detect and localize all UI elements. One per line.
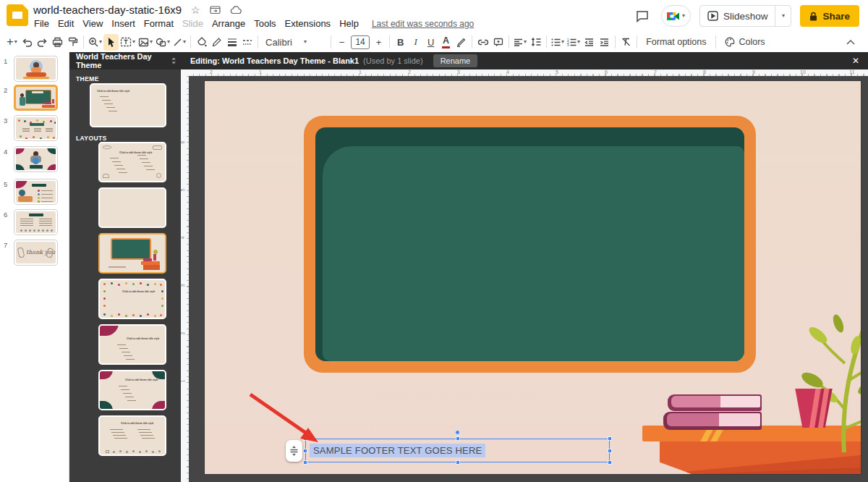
new-slide-button[interactable]: +▾ xyxy=(4,34,20,51)
selection-handle[interactable] xyxy=(303,436,307,441)
move-folder-icon[interactable] xyxy=(210,5,221,14)
fill-color-button[interactable] xyxy=(194,34,209,51)
line-spacing-button[interactable] xyxy=(528,34,543,51)
text-box-button[interactable]: ▾ xyxy=(119,34,137,51)
menu-arrange[interactable]: Arrange xyxy=(208,17,250,30)
select-tool-button[interactable] xyxy=(103,34,119,51)
menu-view[interactable]: View xyxy=(78,17,107,30)
redo-button[interactable] xyxy=(35,34,50,51)
menu-format[interactable]: Format xyxy=(140,17,178,30)
slideshow-button[interactable]: Slideshow xyxy=(700,11,775,22)
font-size-decrease-button[interactable]: − xyxy=(334,34,349,51)
menu-file[interactable]: File xyxy=(30,17,54,30)
bold-button[interactable]: B xyxy=(393,34,408,51)
colors-button[interactable]: Colors xyxy=(719,34,771,51)
insert-link-button[interactable] xyxy=(475,34,490,51)
selection-handle[interactable] xyxy=(303,449,307,453)
menu-edit[interactable]: Edit xyxy=(54,17,78,30)
insert-line-button[interactable]: ▾ xyxy=(171,34,187,51)
insert-image-button[interactable]: ▾ xyxy=(137,34,154,51)
undo-button[interactable] xyxy=(20,34,35,51)
slide-2-thumbnail-selected[interactable] xyxy=(14,85,57,110)
selection-handle[interactable] xyxy=(303,460,307,465)
layout-thumbnail-2[interactable] xyxy=(98,187,166,228)
menu-insert[interactable]: Insert xyxy=(107,17,140,30)
autofit-indicator-button[interactable] xyxy=(286,440,302,462)
thumb-title-text: Click to edit theme title style xyxy=(111,290,166,293)
layout-thumbnail-6[interactable]: Click to edit theme title style xyxy=(98,370,166,410)
layout-thumbnail-5[interactable]: Click to edit theme title style xyxy=(98,324,166,365)
selection-handle[interactable] xyxy=(608,460,612,465)
zoom-button[interactable]: ▾ xyxy=(87,34,103,51)
svg-text:3: 3 xyxy=(567,43,569,46)
slide-number: 3 xyxy=(4,117,7,124)
bulleted-list-button[interactable]: ▾ xyxy=(550,34,566,51)
menu-extensions[interactable]: Extensions xyxy=(281,17,336,30)
theme-name-select[interactable]: World Teachers Day Theme xyxy=(69,52,181,69)
selection-handle[interactable] xyxy=(456,460,460,465)
slide-1-thumbnail[interactable] xyxy=(14,56,57,81)
border-weight-button[interactable] xyxy=(224,34,239,51)
selection-handle[interactable] xyxy=(608,449,612,453)
theme-editing-bar: World Teachers Day Theme Editing: World … xyxy=(69,52,868,69)
filmstrip-slide-7: 7 thank you xyxy=(0,240,69,268)
cloud-status-icon[interactable] xyxy=(230,6,242,14)
book-bottom-shape[interactable] xyxy=(663,412,762,430)
footer-text-box[interactable]: SAMPLE FOOTER TEXT GOES HERE xyxy=(305,439,610,462)
slide-7-thumbnail[interactable]: thank you xyxy=(14,240,57,265)
slide-3-thumbnail[interactable] xyxy=(14,116,57,140)
slideshow-menu-button[interactable]: ▾ xyxy=(775,6,791,26)
add-comment-button[interactable] xyxy=(490,34,506,51)
meet-button[interactable]: ▾ xyxy=(661,5,691,27)
font-size-input[interactable]: 14 xyxy=(351,35,370,49)
chalkboard-shape[interactable] xyxy=(304,116,756,373)
format-options-button[interactable]: Format options xyxy=(640,34,712,51)
font-family-select[interactable]: Calibri▾ xyxy=(261,34,328,51)
book-top-shape[interactable] xyxy=(668,394,762,411)
numbered-list-button[interactable]: 123▾ xyxy=(566,34,582,51)
italic-button[interactable]: I xyxy=(408,34,423,51)
highlight-color-button[interactable] xyxy=(454,34,469,51)
layout-thumbnail-7[interactable]: Click to edit theme title style xyxy=(98,415,166,456)
font-size-increase-button[interactable]: + xyxy=(371,34,386,51)
layout-thumbnail-3-selected[interactable] xyxy=(98,233,166,274)
border-color-button[interactable] xyxy=(209,34,224,51)
slide-filmstrip: 1 2 3 xyxy=(0,52,69,482)
thumb-art xyxy=(153,250,158,254)
theme-master-thumbnail[interactable]: Click to edit theme title style xyxy=(90,83,166,127)
layout-thumbnail-4[interactable]: Click to edit theme title style xyxy=(98,279,166,319)
last-edit-link[interactable]: Last edit was seconds ago xyxy=(372,19,474,29)
menu-tools[interactable]: Tools xyxy=(250,17,280,30)
layout-thumbnail-1[interactable]: Click to edit theme title style xyxy=(98,142,166,182)
close-theme-editor-button[interactable]: ✕ xyxy=(852,56,859,66)
footer-text[interactable]: SAMPLE FOOTER TEXT GOES HERE xyxy=(310,444,485,457)
document-title[interactable]: world-teachers-day-static-16x9 xyxy=(33,4,182,16)
decrease-indent-button[interactable] xyxy=(582,34,597,51)
thumb-art xyxy=(44,102,51,104)
slides-logo[interactable] xyxy=(7,4,28,26)
clear-formatting-button[interactable] xyxy=(618,34,634,51)
print-button[interactable] xyxy=(50,34,65,51)
rotation-handle[interactable] xyxy=(455,430,460,435)
rename-button[interactable]: Rename xyxy=(433,54,478,67)
selection-handle[interactable] xyxy=(456,436,460,441)
slide-5-thumbnail[interactable] xyxy=(14,179,57,204)
collapse-toolbar-button[interactable] xyxy=(843,34,858,51)
share-button[interactable]: Share xyxy=(800,5,859,27)
slide-editing-surface[interactable]: SAMPLE FOOTER TEXT GOES HERE xyxy=(205,81,861,474)
star-icon[interactable]: ☆ xyxy=(191,5,200,15)
insert-shape-button[interactable]: ▾ xyxy=(154,34,171,51)
desk-front-shape[interactable] xyxy=(660,441,861,474)
selection-handle[interactable] xyxy=(608,436,612,441)
paint-format-button[interactable] xyxy=(65,34,80,51)
flower-pot-shape[interactable] xyxy=(793,389,834,428)
slide-6-thumbnail[interactable] xyxy=(14,210,57,234)
border-dash-button[interactable] xyxy=(239,34,255,51)
comment-history-button[interactable] xyxy=(632,6,652,26)
underline-button[interactable]: U xyxy=(423,34,438,51)
increase-indent-button[interactable] xyxy=(597,34,612,51)
menu-help[interactable]: Help xyxy=(335,17,363,30)
align-button[interactable]: ▾ xyxy=(512,34,528,51)
slide-4-thumbnail[interactable] xyxy=(14,147,57,172)
text-color-button[interactable]: A xyxy=(438,34,454,51)
